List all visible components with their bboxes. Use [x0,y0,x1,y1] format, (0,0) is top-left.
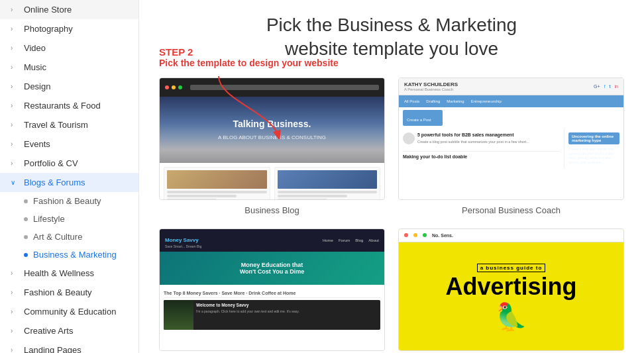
sidebar-item-fashion-beauty-sub[interactable]: Fashion & Beauty [24,192,138,210]
sidebar-item-health-wellness[interactable]: › Health & Wellness [0,264,138,283]
sidebar-title: Uncovering the online marketing hype [572,134,616,142]
mock-money-header: Money Savvy Save Smart... Dream Big Home… [160,229,384,252]
coach-name: KATHY SCHUILDERS [404,81,458,88]
sidebar-item-label: Online Store [24,5,72,15]
mock-coach-posts: 5 powerful tools for B2B sales managemen… [399,128,564,168]
template-card-money-savvy[interactable]: Money Savvy Save Smart... Dream Big Home… [159,228,385,353]
mock-money: Money Savvy Save Smart... Dream Big Home… [160,229,384,350]
sidebar-item-blogs-forums[interactable]: ∨ Blogs & Forums [0,173,138,192]
money-logo: Money Savvy [165,237,199,243]
mock-coach-sidebar: Uncovering the online marketing hype Cre… [564,128,623,168]
ad-tag: a business guide to [477,264,546,272]
sidebar-sub-label: Fashion & Beauty [33,196,101,206]
sidebar-item-video[interactable]: › Video [0,38,138,58]
chevron-icon: › [11,64,19,71]
post-2: Making your to-do list doable [403,151,560,160]
sidebar-item-travel-tourism[interactable]: › Travel & Tourism [0,115,138,134]
sidebar-item-online-store[interactable]: › Online Store [0,0,138,19]
step-description: Pick the template to design your website [159,58,339,68]
mock-coach-header: KATHY SCHUILDERS A Personal Business Coa… [399,78,623,96]
bird-icon: 🦜 [445,301,576,332]
template-card-personal-business-coach[interactable]: KATHY SCHUILDERS A Personal Business Coa… [398,77,624,215]
sidebar-item-restaurants-food[interactable]: › Restaurants & Food [0,96,138,115]
mock-ad: No. Sens. a business guide to Advertisin… [399,229,623,350]
post-line-shorter [167,199,217,199]
template-label-personal-business-coach: Personal Business Coach [398,205,624,215]
nav-forum: Forum [339,238,350,242]
post-snippet-1: Create a blog post subtitle that summari… [417,140,529,144]
sidebar-item-photography[interactable]: › Photography [0,19,138,38]
sidebar-sub-label: Lifestyle [33,214,65,224]
article-text-1: Welcome to Money Savvy I'm a paragraph. … [193,300,380,330]
sidebar-item-music[interactable]: › Music [0,58,138,77]
window-dot-red [404,233,408,237]
sidebar-item-label: Health & Wellness [24,268,94,278]
sidebar-item-label: Video [24,43,46,53]
coach-title: A Personal Business Coach [404,87,458,91]
window-dot-red [165,85,169,89]
chevron-icon: › [11,327,19,334]
chevron-icon: › [11,346,19,353]
post-line-short [167,195,237,197]
nav-about: About [368,238,379,242]
sidebar-submenu-blogs: Fashion & Beauty Lifestyle Art & Culture… [0,192,138,264]
ad-logo: No. Sens. [432,233,453,238]
mock-post-1 [164,167,270,199]
chevron-icon: › [11,6,19,13]
sidebar-item-landing-pages[interactable]: › Landing Pages [0,340,138,353]
chevron-icon: › [11,270,19,277]
sidebar: › Online Store › Photography › Video › M… [0,0,139,353]
sidebar-item-community-education[interactable]: › Community & Education [0,302,138,321]
window-dot-yellow [172,85,176,89]
chevron-icon: › [11,308,19,315]
template-card-advertising[interactable]: No. Sens. a business guide to Advertisin… [398,228,624,353]
ad-title: Advertising [445,275,576,299]
money-logo-sub: Save Smart... Dream Big [165,244,201,248]
post-title-1: 5 powerful tools for B2B sales managemen… [417,132,529,138]
sidebar-block: Uncovering the online marketing hype [568,132,619,144]
sidebar-item-label: Music [24,62,46,72]
nav-blog: Blog [355,238,363,242]
sidebar-item-events[interactable]: › Events [0,134,138,154]
mock-coach-body: 5 powerful tools for B2B sales managemen… [399,128,623,168]
mock-money-body: The Top 8 Money Savers · Save More · Dri… [160,285,384,336]
sidebar-item-label: Community & Education [24,307,116,317]
window-dot-yellow [413,233,417,237]
money-nav: Home Forum Blog About [323,238,379,242]
sidebar-item-label: Blogs & Forums [24,177,85,187]
post-line [167,191,267,193]
money-hero-text: Money Education thatWon't Cost You a Dim… [240,262,305,275]
sidebar-item-label: Travel & Tourism [24,120,88,130]
linkedin-icon: t [610,84,611,89]
sidebar-item-portfolio-cv[interactable]: › Portfolio & CV [0,154,138,173]
template-thumb-personal-business-coach: KATHY SCHUILDERS A Personal Business Coa… [398,77,624,200]
mock-blog-body [160,163,384,199]
nav-drafting: Drafting [426,99,440,103]
mock-coach: KATHY SCHUILDERS A Personal Business Coa… [399,78,623,199]
chevron-icon: › [11,289,19,296]
chevron-icon: › [11,121,19,128]
ad-content: a business guide to Advertising 🦜 [445,260,576,332]
post-line [278,191,378,193]
sidebar-item-fashion-beauty[interactable]: › Fashion & Beauty [0,283,138,302]
chevron-icon: › [11,102,19,109]
sidebar-item-label: Landing Pages [24,345,81,353]
sidebar-item-art-culture[interactable]: Art & Culture [24,228,138,246]
template-label-business-blog: Business Blog [159,205,385,215]
window-dot-green [423,233,427,237]
mock-coach-nav: All Posts Drafting Marketing Entrepreneu… [399,95,623,107]
nav-home: Home [323,238,333,242]
sidebar-sub-label: Business & Marketing [33,250,117,260]
step-annotation: STEP 2 Pick the template to design your … [159,46,339,68]
chevron-icon: › [11,83,19,90]
sidebar-item-label: Events [24,139,50,149]
article-snippet-1: I'm a paragraph. Click here to add your … [196,309,378,314]
step-arrow [212,73,292,139]
sidebar-item-lifestyle[interactable]: Lifestyle [24,210,138,228]
sidebar-item-label: Creative Arts [24,326,73,336]
sidebar-item-design[interactable]: › Design [0,77,138,96]
sidebar-item-creative-arts[interactable]: › Creative Arts [0,321,138,340]
sidebar-item-label: Photography [24,24,73,34]
sidebar-item-label: Portfolio & CV [24,158,78,168]
sidebar-item-business-marketing[interactable]: Business & Marketing [24,246,138,264]
